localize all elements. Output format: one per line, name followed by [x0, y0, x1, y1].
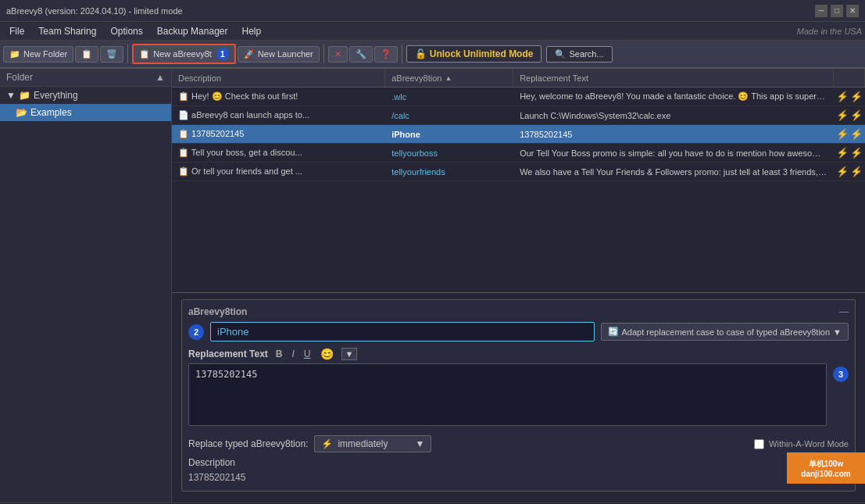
bold-button[interactable]: B [274, 349, 284, 359]
row-desc: 📋 Tell your boss, get a discou... [172, 145, 385, 160]
maximize-button[interactable]: □ [831, 5, 843, 17]
sort-icon[interactable]: ▲ [155, 72, 165, 83]
menu-options[interactable]: Options [104, 24, 148, 38]
col-replacement[interactable]: Replacement Text [513, 69, 834, 87]
folder-tree: ▼ 📁 Everything 📂 Examples [0, 87, 171, 502]
row-action-icon-1[interactable]: ⚡ [836, 91, 849, 102]
menu-file[interactable]: File [3, 24, 30, 38]
row-abbr: tellyourfriends [385, 165, 513, 179]
folder-column-label: Folder [6, 72, 33, 83]
toolbar-sep-2 [323, 45, 324, 63]
table-row[interactable]: 📋 Tell your boss, get a discou... tellyo… [172, 144, 865, 163]
table-row[interactable]: 📋 Hey! 😊 Check this out first! .wlc Hey,… [172, 88, 865, 106]
italic-button[interactable]: I [290, 349, 295, 359]
row-replacement: We also have a Tell Your Friends & Follo… [513, 165, 834, 179]
emoji-button[interactable]: 😊 [319, 348, 335, 360]
sort-arrow-icon: ▲ [445, 74, 452, 82]
replacement-label: Replacement Text [188, 349, 268, 359]
replacement-textarea[interactable] [188, 363, 827, 426]
abreevy-section-label: aBreevy8tion [188, 306, 247, 317]
dropdown-chevron-icon: ▼ [833, 327, 842, 337]
replace-typed-select[interactable]: ⚡ immediately ▼ [314, 435, 431, 452]
row-abbr: .wlc [385, 90, 513, 104]
folder-add-icon: 📁 [9, 49, 20, 59]
row-replacement: Our Tell Your Boss promo is simple: all … [513, 146, 834, 160]
tools-icon: 🔧 [356, 49, 366, 59]
content-area: Description aBreevy8tion ▲ Replacement T… [172, 69, 865, 502]
tools-button[interactable]: 🔧 [349, 46, 373, 63]
replace-typed-label: Replace typed aBreevy8tion: [188, 438, 308, 449]
menu-backup-manager[interactable]: Backup Manager [151, 24, 234, 38]
row-action-icon-2[interactable]: ⚡ [850, 128, 863, 140]
replacement-text-row: 3 [188, 363, 849, 426]
row-action-icon-1[interactable]: ⚡ [836, 109, 849, 121]
row-actions: ⚡ ⚡ [834, 88, 865, 105]
row-replacement: Launch C:\Windows\System32\calc.exe [513, 109, 834, 123]
sidebar: Folder ▲ ▼ 📁 Everything 📂 Examples [0, 69, 172, 502]
format-dropdown[interactable]: ▼ [341, 348, 358, 360]
minimize-icon[interactable]: — [839, 306, 849, 317]
folder-examples[interactable]: 📂 Examples [0, 104, 171, 121]
red-x-button[interactable]: ✕ [328, 46, 348, 63]
edit-panel: aBreevy8tion — 2 🔄 Adapt replacement cas… [172, 292, 865, 502]
row-replacement: Hey, welcome to aBreevy8! You made a fan… [513, 89, 834, 104]
window-title: aBreevy8 (version: 2024.04.10) - limited… [6, 6, 183, 16]
table-row[interactable]: 📋 13785202145 iPhone 13785202145 ⚡ ⚡ [172, 125, 865, 144]
description-section: Description 13785202145 [188, 457, 849, 484]
row-abbr: iPhone [385, 127, 513, 141]
minimize-button[interactable]: ─ [815, 5, 827, 17]
table-row[interactable]: 📋 Or tell your friends and get ... telly… [172, 163, 865, 181]
row-action-icon-1[interactable]: ⚡ [836, 166, 849, 177]
col-abreevy8tion[interactable]: aBreevy8tion ▲ [385, 69, 513, 87]
menu-team-sharing[interactable]: Team Sharing [32, 24, 102, 38]
desc-label: Description [188, 457, 849, 468]
step2-badge: 2 [188, 324, 204, 340]
step1-badge: 1 [216, 48, 229, 60]
row-action-icon-2[interactable]: ⚡ [850, 91, 863, 102]
col-actions [834, 69, 865, 87]
new-abreevy-icon: 📋 [139, 49, 150, 59]
toolbar-sep-3 [402, 45, 402, 63]
row-action-icon-2[interactable]: ⚡ [850, 109, 863, 121]
red-x-icon: ✕ [334, 49, 341, 59]
help-question-button[interactable]: ❓ [374, 46, 398, 63]
made-in-usa-text: Made in the USA [797, 27, 862, 36]
row-desc-icon: 📋 [178, 91, 189, 101]
within-word-row: Within-A-Word Mode [754, 439, 849, 449]
row-action-icon-2[interactable]: ⚡ [850, 166, 863, 177]
table-body: 📋 Hey! 😊 Check this out first! .wlc Hey,… [172, 88, 865, 292]
expand-chevron-icon: ▼ [6, 90, 16, 101]
menu-help[interactable]: Help [235, 24, 267, 38]
adapt-case-button[interactable]: 🔄 Adapt replacement case to case of type… [601, 323, 849, 341]
new-launcher-button[interactable]: 🚀 New Launcher [238, 46, 320, 63]
watermark: 单机100wdanji100.com [787, 452, 865, 484]
sidebar-header: Folder ▲ [0, 69, 171, 87]
folder-icon: 📁 [19, 90, 30, 101]
abreevy-field-row: 2 🔄 Adapt replacement case to case of ty… [188, 322, 849, 341]
replacement-section: Replacement Text B I U 😊 ▼ 3 [188, 348, 849, 426]
within-word-checkbox[interactable] [754, 439, 764, 449]
new-folder-button[interactable]: 📁 New Folder [3, 46, 73, 63]
table-row[interactable]: 📄 aBreevy8 can launch apps to... /calc L… [172, 106, 865, 125]
unlock-icon: 🔓 [415, 48, 427, 59]
copy-icon-btn[interactable]: 📋 [75, 46, 98, 63]
trash-icon-btn[interactable]: 🗑️ [100, 46, 123, 63]
within-word-label: Within-A-Word Mode [769, 439, 849, 449]
row-action-icon-1[interactable]: ⚡ [836, 147, 849, 159]
toolbar-sep-1 [127, 45, 128, 63]
unlock-unlimited-button[interactable]: 🔓 Unlock Unlimited Mode [406, 45, 542, 63]
search-button[interactable]: 🔍 Search... [546, 46, 612, 63]
col-description[interactable]: Description [172, 69, 385, 87]
underline-button[interactable]: U [302, 349, 313, 359]
row-action-icon-2[interactable]: ⚡ [850, 147, 863, 159]
select-dropdown-icon: ▼ [416, 438, 425, 449]
row-abbr: tellyourboss [385, 146, 513, 160]
new-abreevy-button[interactable]: 📋 New aBreevy8t 1 [132, 44, 236, 64]
menu-bar: File Team Sharing Options Backup Manager… [0, 22, 865, 41]
abbrev-input[interactable] [210, 322, 595, 341]
refresh-icon: 🔄 [608, 327, 619, 337]
row-action-icon-1[interactable]: ⚡ [836, 128, 849, 140]
folder-everything[interactable]: ▼ 📁 Everything [0, 87, 171, 104]
close-button[interactable]: ✕ [846, 5, 859, 17]
copy-icon: 📋 [81, 49, 92, 59]
